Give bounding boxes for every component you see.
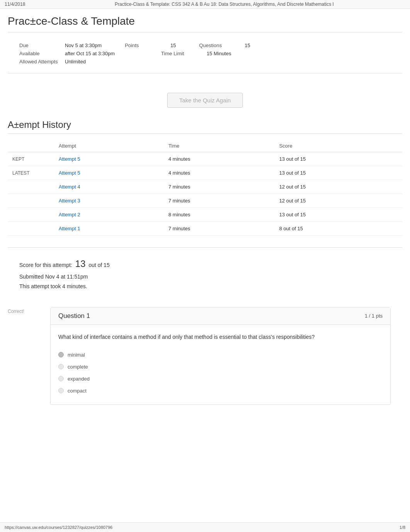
- attempt-row-attempt[interactable]: Attempt 4: [54, 180, 164, 194]
- radio-circle[interactable]: [58, 352, 64, 357]
- meta-item-points: Points 15: [125, 42, 176, 48]
- radio-circle[interactable]: [58, 388, 64, 393]
- take-quiz-button[interactable]: Take the Quiz Again: [167, 93, 242, 108]
- main-container: Prac±ce-Class & Template Due Nov 5 at 3:…: [0, 9, 410, 436]
- question-1-number: Question 1: [58, 312, 90, 320]
- correct-badge: Correct!: [8, 309, 24, 314]
- question-1-block: Question 1 1 / 1 pts What kind of interf…: [50, 307, 391, 405]
- attempt-row-score: 12 out of 15: [274, 194, 402, 208]
- points-label: Points: [125, 42, 167, 48]
- meta-row-due-points-questions: Due Nov 5 at 3:30pm Points 15 Questions …: [19, 42, 402, 48]
- table-row: Attempt 47 minutes12 out of 15: [8, 180, 402, 194]
- quiz-title: Prac±ce-Class & Template: [8, 9, 402, 32]
- allowed-attempts-value: Unlimited: [65, 59, 86, 65]
- meta-row-available-timelimit: Available after Oct 15 at 3:30pm Time Li…: [19, 51, 402, 56]
- allowed-attempts-label: Allowed Attempts: [19, 59, 62, 65]
- browser-bar: 11/4/2018 Practice-Class & Template: CSS…: [0, 0, 410, 9]
- meta-item-questions: Questions 15: [199, 42, 250, 48]
- timelimit-label: Time Limit: [161, 51, 203, 56]
- col-header-score: Score: [274, 140, 402, 152]
- available-value: after Oct 15 at 3:30pm: [65, 51, 115, 56]
- attempt-history-section: A±empt History Attempt Time Score KEPTAt…: [8, 119, 402, 236]
- attempt-row-time: 4 minutes: [164, 166, 274, 180]
- attempt-row-attempt[interactable]: Attempt 1: [54, 222, 164, 236]
- answer-row: compact: [58, 385, 383, 397]
- attempt-row-score: 13 out of 15: [274, 152, 402, 166]
- table-header-row: Attempt Time Score: [8, 140, 402, 152]
- answer-row: complete: [58, 361, 383, 373]
- due-value: Nov 5 at 3:30pm: [65, 42, 102, 48]
- table-row: KEPTAttempt 54 minutes13 out of 15: [8, 152, 402, 166]
- score-prefix: Score for this attempt:: [19, 262, 72, 268]
- attempt-row-time: 4 minutes: [164, 152, 274, 166]
- attempt-row-label: [8, 194, 54, 208]
- table-row: Attempt 17 minutes8 out of 15: [8, 222, 402, 236]
- table-row: LATESTAttempt 54 minutes13 out of 15: [8, 166, 402, 180]
- due-label: Due: [19, 42, 62, 48]
- table-row: Attempt 28 minutes13 out of 15: [8, 208, 402, 222]
- points-value: 15: [170, 42, 176, 48]
- available-label: Available: [19, 51, 62, 56]
- radio-circle[interactable]: [58, 364, 64, 369]
- meta-item-allowed-attempts: Allowed Attempts Unlimited: [19, 59, 86, 65]
- col-header-attempt: Attempt: [54, 140, 164, 152]
- answer-text: compact: [68, 388, 86, 394]
- attempt-row-time: 7 minutes: [164, 222, 274, 236]
- attempt-row-label: [8, 222, 54, 236]
- questions-label: Questions: [199, 42, 242, 48]
- attempt-history-heading: A±empt History: [8, 119, 402, 134]
- attempt-row-attempt[interactable]: Attempt 5: [54, 166, 164, 180]
- attempt-row-score: 13 out of 15: [274, 166, 402, 180]
- question-1-pts: 1 / 1 pts: [365, 313, 383, 319]
- attempt-table: Attempt Time Score KEPTAttempt 54 minute…: [8, 140, 402, 236]
- score-value: 13: [75, 258, 86, 269]
- table-row: Attempt 37 minutes12 out of 15: [8, 194, 402, 208]
- quiz-meta: Due Nov 5 at 3:30pm Points 15 Questions …: [8, 39, 402, 73]
- attempt-row-label: KEPT: [8, 152, 54, 166]
- meta-item-timelimit: Time Limit 15 Minutes: [161, 51, 231, 56]
- answer-text: expanded: [68, 376, 90, 382]
- attempt-row-attempt[interactable]: Attempt 3: [54, 194, 164, 208]
- attempt-row-time: 7 minutes: [164, 194, 274, 208]
- question-1-answers: minimalcompleteexpandedcompact: [51, 345, 390, 405]
- attempt-row-time: 8 minutes: [164, 208, 274, 222]
- correct-label-outer: Correct!: [8, 307, 39, 413]
- answer-row: minimal: [58, 349, 383, 361]
- attempt-row-attempt[interactable]: Attempt 2: [54, 208, 164, 222]
- attempt-row-time: 7 minutes: [164, 180, 274, 194]
- radio-circle[interactable]: [58, 376, 64, 381]
- attempt-row-label: LATEST: [8, 166, 54, 180]
- submitted-line: Submitted Nov 4 at 11:51pm: [19, 272, 391, 282]
- meta-row-allowed-attempts: Allowed Attempts Unlimited: [19, 59, 402, 65]
- answer-text: complete: [68, 364, 88, 370]
- attempt-row-score: 8 out of 15: [274, 222, 402, 236]
- browser-page-title: Practice-Class & Template: CSS 342 A & B…: [43, 2, 405, 7]
- attempt-row-score: 13 out of 15: [274, 208, 402, 222]
- take-quiz-section: Take the Quiz Again: [8, 81, 402, 116]
- question-1-outer: Correct! Question 1 1 / 1 pts What kind …: [8, 307, 402, 413]
- browser-date: 11/4/2018: [5, 2, 36, 7]
- meta-group-bot: Allowed Attempts Unlimited: [19, 59, 86, 65]
- score-suffix: out of 15: [88, 262, 110, 268]
- score-summary-section: Score for this attempt: 13 out of 15 Sub…: [8, 247, 402, 299]
- attempt-row-label: [8, 180, 54, 194]
- duration-line: This attempt took 4 minutes.: [19, 282, 391, 291]
- question-1-text: What kind of interface contains a method…: [58, 333, 383, 341]
- meta-group-mid: Available after Oct 15 at 3:30pm Time Li…: [19, 51, 231, 56]
- questions-value: 15: [245, 42, 250, 48]
- attempt-row-attempt[interactable]: Attempt 5: [54, 152, 164, 166]
- meta-item-available: Available after Oct 15 at 3:30pm: [19, 51, 115, 56]
- attempt-row-label: [8, 208, 54, 222]
- meta-group-top: Due Nov 5 at 3:30pm Points 15 Questions …: [19, 42, 250, 48]
- col-header-time: Time: [164, 140, 274, 152]
- attempt-row-score: 12 out of 15: [274, 180, 402, 194]
- col-header-label: [8, 140, 54, 152]
- answer-text: minimal: [68, 352, 85, 358]
- score-line: Score for this attempt: 13 out of 15: [19, 255, 391, 272]
- question-1-body: What kind of interface contains a method…: [51, 325, 390, 345]
- question-1-header: Question 1 1 / 1 pts: [51, 308, 390, 325]
- meta-item-due: Due Nov 5 at 3:30pm: [19, 42, 102, 48]
- timelimit-value: 15 Minutes: [207, 51, 231, 56]
- answer-row: expanded: [58, 373, 383, 385]
